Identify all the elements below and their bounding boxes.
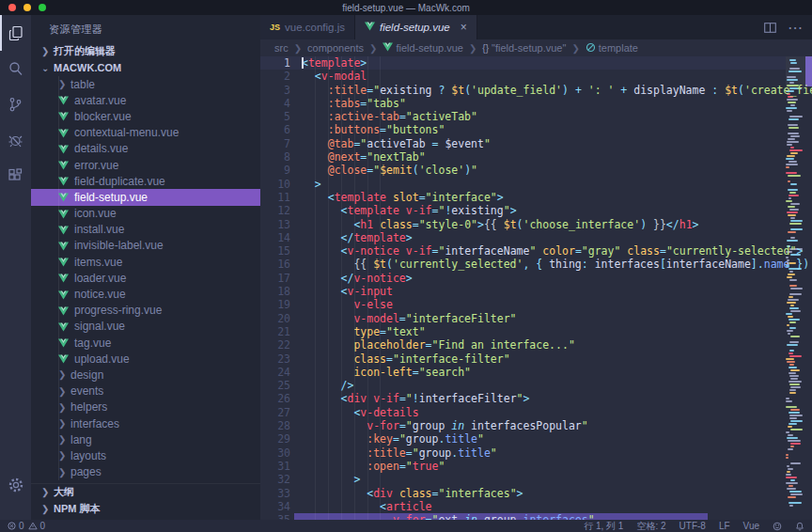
code-line-11[interactable]: 11 <template slot="interface"> [260,191,812,204]
outline-section[interactable]: ❯ 大纲 [31,484,260,501]
code-line-21[interactable]: 21 type="text" [260,325,812,338]
workspace-root-section[interactable]: ⌄ MACWK.COM [31,59,260,76]
tree-item-design[interactable]: ❯design [31,367,260,383]
minimap-line [787,276,792,278]
problems-errors[interactable]: 0 [8,521,24,531]
code-line-14[interactable]: 14 </template> [260,231,812,244]
close-tab-icon[interactable]: × [461,21,467,34]
status-cursor-position[interactable]: 行 1, 列 1 [584,520,623,532]
code-line-16[interactable]: 16 {{ $t('currently_selected', { thing: … [260,258,812,271]
tree-item-table[interactable]: ❯table [31,76,260,92]
more-actions-icon[interactable]: ⋯ [788,19,803,37]
breadcrumb-item-4[interactable]: {}"field-setup.vue" [482,42,566,54]
tree-item-upload.vue[interactable]: upload.vue [31,351,260,367]
code-line-9[interactable]: 9 @close="$emit('close')" [260,164,812,177]
tree-item-items.vue[interactable]: items.vue [31,254,260,270]
code-line-24[interactable]: 24 icon-left="search" [260,366,812,379]
line-content: :active-tab="activeTab" [302,110,812,123]
code-line-31[interactable]: 31 :open="true" [260,460,812,473]
code-line-17[interactable]: 17 </v-notice> [260,272,812,285]
code-line-23[interactable]: 23 class="interface-filter" [260,352,812,366]
tree-item-notice.vue[interactable]: notice.vue [31,286,260,302]
code-line-5[interactable]: 5 :active-tab="activeTab" [260,110,812,123]
code-line-13[interactable]: 13 <h1 class="style-0">{{ $t('choose_int… [260,218,812,231]
tab-label: vue.config.js [285,22,345,33]
code-line-26[interactable]: 26 <div v-if="!interfaceFilter"> [260,392,812,405]
status-indentation[interactable]: 空格: 2 [636,520,665,532]
minimap-line [786,172,797,174]
tree-item-events[interactable]: ❯events [31,383,260,399]
debug-icon[interactable] [0,122,31,158]
tree-item-field-duplicate.vue[interactable]: field-duplicate.vue [31,173,260,189]
code-line-32[interactable]: 32 > [260,473,812,486]
breadcrumb-item-1[interactable]: src [274,42,289,54]
code-line-1[interactable]: 1<template> [260,56,812,70]
breadcrumb-item-3[interactable]: field-setup.vue [383,42,463,54]
tree-item-field-setup.vue[interactable]: field-setup.vue [31,189,260,205]
scrollbar-thumb[interactable] [805,56,812,86]
code-line-30[interactable]: 30 :title="group.title" [260,446,812,460]
vertical-scrollbar[interactable] [805,56,812,520]
tree-item-signal.vue[interactable]: signal.vue [31,319,260,335]
code-line-29[interactable]: 29 :key="group.title" [260,432,812,446]
tree-item-error.vue[interactable]: error.vue [31,157,260,173]
tree-item-blocker.vue[interactable]: blocker.vue [31,108,260,124]
code-line-27[interactable]: 27 <v-details [260,406,812,419]
notifications-bell-icon[interactable] [795,522,804,531]
code-line-28[interactable]: 28 v-for="group in interfacesPopular" [260,419,812,432]
tree-item-progress-ring.vue[interactable]: progress-ring.vue [31,303,260,319]
code-line-4[interactable]: 4 :tabs="tabs" [260,97,812,110]
tree-item-contextual-menu.vue[interactable]: contextual-menu.vue [31,125,260,141]
code-editor[interactable]: 1<template>2 <v-modal3 :title="existing … [260,56,812,520]
code-line-7[interactable]: 7 @tab="activeTab = $event" [260,137,812,150]
source-control-icon[interactable] [0,86,31,122]
extensions-icon[interactable] [0,158,31,194]
tree-item-invisible-label.vue[interactable]: invisible-label.vue [31,238,260,254]
tab-vue.config.js[interactable]: JSvue.config.js [260,15,355,39]
breadcrumb-item-2[interactable]: components [307,42,364,54]
explorer-icon[interactable] [0,15,31,51]
code-line-34[interactable]: 34 <article [260,500,812,513]
zoom-window-button[interactable] [39,4,46,11]
open-editors-section[interactable]: ❯ 打开的编辑器 [31,42,260,59]
tab-field-setup.vue[interactable]: field-setup.vue× [355,15,477,39]
code-line-25[interactable]: 25 /> [260,379,812,392]
code-line-22[interactable]: 22 placeholder="Find an interface..." [260,338,812,352]
tree-item-interfaces[interactable]: ❯interfaces [31,415,260,431]
code-line-6[interactable]: 6 :buttons="buttons" [260,123,812,136]
code-line-18[interactable]: 18 <v-input [260,285,812,298]
code-line-33[interactable]: 33 <div class="interfaces"> [260,487,812,500]
tree-item-icon.vue[interactable]: icon.vue [31,206,260,222]
code-line-12[interactable]: 12 <template v-if="!existing"> [260,204,812,217]
tree-item-details.vue[interactable]: details.vue [31,141,260,157]
code-line-19[interactable]: 19 v-else [260,298,812,311]
code-line-8[interactable]: 8 @next="nextTab" [260,150,812,164]
search-icon[interactable] [0,51,31,86]
feedback-smiley-icon[interactable] [773,522,782,531]
settings-gear-icon[interactable] [0,467,31,503]
tree-item-loader.vue[interactable]: loader.vue [31,270,260,286]
tree-item-helpers[interactable]: ❯helpers [31,399,260,415]
tree-item-avatar.vue[interactable]: avatar.vue [31,92,260,108]
breadcrumb-item-5[interactable]: template [586,42,638,55]
status-eol[interactable]: LF [719,521,730,531]
minimap[interactable] [786,56,805,520]
status-language-mode[interactable]: Vue [743,521,759,531]
tree-item-lang[interactable]: ❯lang [31,431,260,447]
tree-item-layouts[interactable]: ❯layouts [31,447,260,463]
tree-item-tag.vue[interactable]: tag.vue [31,335,260,351]
code-line-10[interactable]: 10 > [260,178,812,191]
split-editor-icon[interactable] [764,23,776,33]
close-window-button[interactable] [8,4,16,11]
tree-item-install.vue[interactable]: install.vue [31,222,260,238]
problems-warnings[interactable]: 0 [28,521,46,531]
tree-item-pages[interactable]: ❯pages [31,464,260,480]
npm-scripts-section[interactable]: ❯ NPM 脚本 [31,501,260,518]
minimap-line [787,79,798,81]
code-line-2[interactable]: 2 <v-modal [260,70,812,83]
code-line-3[interactable]: 3 :title="existing ? $t('update_field') … [260,84,812,97]
code-line-20[interactable]: 20 v-model="interfaceFilter" [260,312,812,325]
minimize-window-button[interactable] [23,4,31,11]
code-line-15[interactable]: 15 <v-notice v-if="interfaceName" color=… [260,244,812,258]
status-encoding[interactable]: UTF-8 [679,521,706,531]
